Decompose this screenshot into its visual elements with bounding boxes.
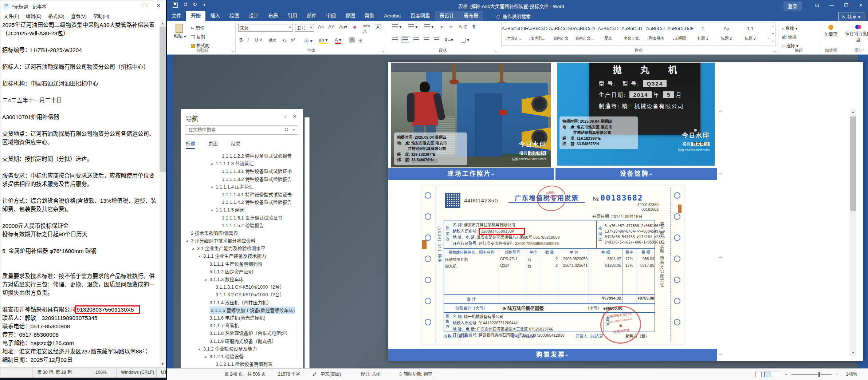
word-maximize-button[interactable]: ❐ — [839, 0, 853, 11]
clipboard-dialog-launcher-icon[interactable]: ↘ — [231, 50, 234, 53]
style-标题 4[interactable]: 1.1.1标题 4 — [762, 23, 769, 44]
tab-百度网盘[interactable]: 百度网盘 — [406, 11, 435, 21]
underline-button[interactable]: U ˅ — [255, 37, 262, 43]
track-changes-indicator[interactable]: 修订: 关闭 — [361, 369, 381, 380]
navigation-close-icon[interactable]: ✕ — [292, 114, 297, 119]
expand-arrow-icon[interactable]: ◢ — [192, 245, 194, 252]
style-↓表内列...[interactable]: AaBbCcD↓表内列... — [525, 23, 549, 44]
nav-heading-item[interactable]: 1.1.1.1.3.1 特种设备型式试验证书 — [181, 167, 302, 175]
distribute-icon[interactable] — [432, 37, 441, 43]
decrease-indent-icon[interactable]: ⇤ — [440, 24, 444, 29]
superscript-icon[interactable]: x² — [291, 37, 295, 43]
numbering-icon[interactable]: ▾ — [407, 24, 418, 29]
nav-heading-item[interactable]: 2 技术条款响应/偏离表 — [181, 229, 302, 237]
nav-heading-item[interactable]: 3.1.1.8 热处理设备炉（台车式电阻炉） — [181, 329, 302, 337]
proofing-icon[interactable]: 🖉 — [313, 369, 317, 380]
document-page[interactable]: 拍摄时间: 2025.09.04 星期四地 点: 淮安市淮安区·淮安市 井神钻采… — [388, 62, 863, 361]
nav-heading-item[interactable]: 3.1.1.1 生产设备明细列表 — [181, 260, 302, 268]
nav-heading-item[interactable]: ◢3.1.1.3 数控车床 — [181, 276, 302, 283]
nav-heading-item[interactable]: ◢3.1.2 企业检验设备及能力 — [181, 345, 302, 353]
nav-heading-item[interactable]: 3.1.1.4 液压机（四柱压力机） — [181, 299, 302, 306]
save-to-baidu-button[interactable]: 保存到百度网盘 — [845, 25, 868, 43]
nav-heading-item[interactable]: ◢3 评分细则中技术部分响应资料 — [181, 237, 302, 245]
notepad-scrollbar-thumb[interactable] — [160, 27, 166, 172]
change-case-icon[interactable]: Aa▾ — [339, 24, 347, 29]
subscript-icon[interactable]: x₂ — [282, 37, 287, 43]
web-layout-icon[interactable] — [773, 372, 779, 377]
style-↓本文正...[interactable]: AaBbCcDdE↓本文正... — [502, 23, 525, 44]
tab-帮助[interactable]: 帮助 — [360, 11, 379, 21]
tab-审阅[interactable]: 审阅 — [321, 11, 341, 21]
vertical-ruler[interactable] — [305, 117, 310, 380]
menu-格式(O)[interactable]: 格式(O) — [45, 11, 68, 20]
nav-heading-item[interactable]: 3.1.1.3.2 CY-K510n/1000（2台） — [181, 291, 302, 298]
font-name-select[interactable]: 宋体▾ — [238, 24, 293, 32]
sign-in-button[interactable]: 登录 — [783, 1, 802, 11]
expand-arrow-icon[interactable]: ◢ — [204, 353, 206, 360]
notepad-titlebar[interactable]: *无标题 - 记事本 — ☐ ✕ — [0, 0, 166, 11]
nav-heading-item[interactable]: 3.1.1.9 研磨抛光设备（抛丸机） — [181, 337, 302, 345]
language-indicator[interactable]: 中文(美国) — [321, 369, 341, 380]
copy-button[interactable]: 复制 — [191, 33, 205, 40]
tab-设计[interactable]: 设计 — [244, 11, 263, 21]
style-表内正文[interactable]: AaBbCcDdE表内正文 — [549, 23, 573, 44]
nav-heading-item[interactable]: 3.1.1.7 弯管机 — [181, 322, 302, 329]
notepad-text-area[interactable]: 2025年辽河油田公司二级物资集中采购A30大类管路补偿装置（JC2025-WⅡ… — [0, 20, 160, 367]
print-layout-icon[interactable] — [764, 372, 770, 377]
nav-heading-item[interactable]: 3.1.1.2 固定资产证明 — [181, 268, 302, 276]
notepad-minimize-button[interactable]: — — [123, 0, 137, 11]
italic-button[interactable]: I — [247, 37, 249, 43]
menu-帮助(H)[interactable]: 帮助(H) — [90, 11, 113, 20]
styles-gallery-scrollbar[interactable]: ▴▾≡ — [770, 23, 776, 46]
style-↓无间隔[interactable]: AaBbCcDdE↓无间隔 — [667, 23, 691, 44]
tab-布局[interactable]: 布局 — [263, 11, 283, 21]
word-close-button[interactable]: ✕ — [853, 0, 868, 11]
expand-arrow-icon[interactable]: ◢ — [186, 237, 188, 245]
expand-arrow-icon[interactable]: ◢ — [198, 345, 200, 353]
word-count[interactable]: 21578 个字 — [278, 369, 300, 380]
font-size-select[interactable]: 五号▾ — [295, 24, 314, 32]
accessibility-indicator[interactable]: ⚇ 辅助功能: 调查 — [398, 369, 432, 380]
style-标题 3[interactable]: 1.1标题 3 — [738, 23, 762, 44]
highlight-color-icon[interactable]: ab ▾ — [319, 37, 328, 44]
text-effects-icon[interactable]: Ⓐ ▾ — [304, 37, 313, 44]
paragraph-dialog-launcher-icon[interactable]: ↘ — [494, 50, 497, 53]
expand-arrow-icon[interactable]: ◢ — [211, 183, 212, 191]
navigation-search-input[interactable]: 在文档中搜索 — [185, 125, 298, 135]
nav-heading-item[interactable]: 1.1.1.1.5.1 设计确认试验证书 — [181, 214, 302, 222]
word-scrollbar-thumb[interactable] — [850, 116, 856, 211]
shading-icon[interactable]: A — [349, 37, 355, 43]
notepad-maximize-button[interactable]: ☐ — [137, 0, 152, 11]
font-dialog-launcher-icon[interactable]: ↘ — [382, 50, 385, 53]
show-marks-icon[interactable]: ¶ — [472, 24, 475, 29]
nav-heading-item[interactable]: 1.1.1.1.4.2 特种设备型式检验报告 — [181, 198, 302, 206]
align-center-icon[interactable] — [401, 37, 409, 43]
tab-引用[interactable]: 引用 — [283, 11, 302, 21]
tab-开始[interactable]: 开始 — [186, 11, 205, 21]
menu-编辑(E)[interactable]: 编辑(E) — [23, 11, 45, 20]
justify-icon[interactable] — [422, 37, 431, 43]
read-mode-icon[interactable] — [755, 372, 762, 377]
nav-heading-item[interactable]: 1.1.1.1.3.2 特种设备型式检验报告 — [181, 175, 302, 183]
nav-heading-item[interactable]: ◢3.1.1 企业生产装备及技术能力 — [181, 252, 302, 260]
nav-tab-页面[interactable]: 页面 — [208, 140, 218, 148]
tab-插入[interactable]: 插入 — [205, 11, 225, 21]
style-要点[interactable]: AaBbCcD要点 — [596, 23, 620, 44]
multilevel-list-icon[interactable]: ▾ — [423, 24, 434, 29]
chevron-down-icon[interactable]: ˅ — [284, 114, 287, 119]
nav-heading-item[interactable]: ◢3.1.2.1 检验设备 — [181, 353, 302, 360]
nav-heading-item[interactable]: 3.1.1.6 电焊机(激光焊接机) — [181, 314, 302, 322]
nav-heading-item[interactable]: 3.1.1.3.1 CY-K510n/1000（2台） — [181, 283, 302, 291]
sort-icon[interactable]: A↓Z — [459, 24, 467, 29]
collapse-ribbon-icon[interactable]: ⌃ — [862, 49, 865, 53]
borders-icon[interactable]: ▾ — [461, 37, 470, 43]
align-right-icon[interactable] — [412, 37, 420, 43]
nav-heading-item[interactable]: ◢1.1.1.1.3 节流管汇 — [181, 160, 302, 167]
page-indicator[interactable]: 第 248 页，共 506 页 — [224, 369, 266, 380]
scroll-up-icon[interactable]: ▲ — [160, 20, 166, 27]
styles-dialog-launcher-icon[interactable]: ↘ — [773, 50, 776, 53]
search-icon[interactable] — [285, 128, 288, 131]
notepad-close-button[interactable]: ✕ — [152, 0, 166, 11]
cut-button[interactable]: ✂ 剪切 — [191, 25, 204, 31]
expand-arrow-icon[interactable]: ◢ — [211, 160, 212, 167]
